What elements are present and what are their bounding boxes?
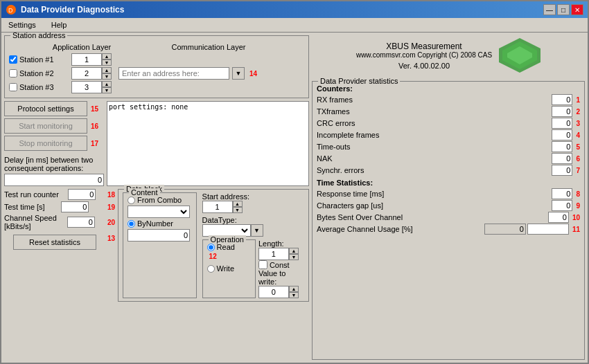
station-address-group: Station address Application Layer Commun… [4, 35, 309, 98]
start-address-spinbox: ▲ ▼ [202, 201, 244, 213]
comm-address-input[interactable] [118, 67, 229, 80]
station1-spin-down[interactable]: ▼ [102, 60, 112, 66]
test-time-input[interactable] [61, 201, 89, 212]
synchr-errors-value[interactable] [552, 165, 572, 176]
station3-app-input[interactable] [71, 81, 102, 93]
tx-frames-value-container: 2 [552, 106, 580, 117]
tx-frames-value[interactable] [552, 106, 572, 117]
by-number-radio[interactable] [128, 220, 135, 228]
nak-label: NAK [317, 154, 333, 163]
test-time-label: Test time [s] [4, 203, 45, 211]
from-combo-label: From Combo [137, 196, 182, 204]
tx-frames-label: TXframes [317, 107, 350, 116]
protocol-area: Protocol settings 15 Start monitoring 16… [4, 101, 104, 186]
rx-frames-value[interactable] [552, 94, 572, 105]
start-address-spin-btns: ▲ ▼ [233, 201, 243, 213]
nak-value[interactable] [552, 153, 572, 164]
length-spin-up[interactable]: ▲ [289, 248, 299, 254]
value-to-write-input[interactable] [258, 286, 289, 298]
incomplete-frames-value-container: 4 [552, 129, 580, 140]
timeouts-value-container: 5 [552, 141, 580, 152]
station2-spin-up[interactable]: ▲ [102, 67, 112, 73]
stop-monitoring-button[interactable]: Stop monitoring [4, 136, 87, 151]
menu-settings[interactable]: Settings [4, 19, 40, 30]
annot-8: 8 [576, 190, 580, 198]
station2-spin-down[interactable]: ▼ [102, 73, 112, 80]
annot-10: 10 [572, 214, 580, 221]
test-time-row: Test time [s] 19 [4, 201, 115, 212]
start-address-input[interactable] [202, 201, 233, 213]
station3-checkbox[interactable] [9, 83, 17, 91]
write-row: Write [207, 264, 251, 273]
test-run-counter-row: Test run counter 18 [4, 189, 115, 200]
annot-18: 18 [107, 191, 115, 199]
data-block-inner: Content From Combo [123, 192, 304, 298]
response-time-value[interactable] [552, 188, 572, 199]
chars-gap-value[interactable] [552, 200, 572, 211]
protocol-settings-button[interactable]: Protocol settings [4, 101, 87, 116]
menu-help[interactable]: Help [47, 19, 71, 30]
log-section: port settings: none [107, 101, 309, 186]
bottom-section: Test run counter 18 Test time [s] 19 Cha… [4, 189, 309, 302]
datatype-dropdown-btn[interactable]: ▼ [251, 224, 263, 237]
bytes-sent-value[interactable] [548, 212, 569, 223]
reset-statistics-button[interactable]: Reset statistics [13, 235, 96, 250]
vtw-spin-up[interactable]: ▲ [289, 286, 299, 292]
maximize-button[interactable]: □ [557, 4, 570, 15]
combo-select[interactable] [128, 206, 190, 218]
station3-spin-buttons: ▲ ▼ [102, 81, 112, 93]
station3-spin-down[interactable]: ▼ [102, 87, 112, 93]
length-spin-btns: ▲ ▼ [289, 248, 299, 260]
const-checkbox[interactable] [258, 260, 267, 269]
station1-app-input[interactable] [71, 53, 102, 66]
from-combo-radio[interactable] [128, 197, 135, 204]
const-checkbox-row: Const [258, 260, 304, 269]
start-addr-spin-up[interactable]: ▲ [233, 201, 243, 207]
start-addr-spin-down[interactable]: ▼ [233, 207, 243, 213]
annot-4: 4 [576, 131, 580, 139]
station3-spin-up[interactable]: ▲ [102, 81, 112, 87]
station3-checkbox-container: Station #3 [9, 83, 71, 91]
station1-spin-buttons: ▲ ▼ [102, 53, 112, 66]
log-textarea[interactable]: port settings: none [107, 101, 309, 186]
menubar: Settings Help [1, 18, 588, 33]
start-monitoring-button[interactable]: Start monitoring [4, 118, 87, 134]
test-run-counter-input[interactable] [68, 189, 96, 200]
by-number-input[interactable] [128, 229, 190, 242]
test-run-counter-label: Test run counter [4, 190, 59, 199]
svg-text:D: D [8, 7, 13, 14]
annot-17: 17 [91, 140, 98, 147]
incomplete-frames-value[interactable] [552, 129, 572, 140]
annot-1: 1 [576, 96, 580, 104]
length-spin-down[interactable]: ▼ [289, 254, 299, 260]
start-address-section: Start address: ▲ ▼ [202, 192, 304, 213]
crc-errors-value[interactable] [552, 118, 572, 129]
nak-row: NAK 6 [317, 153, 580, 164]
timeouts-value[interactable] [552, 141, 572, 152]
delay-input[interactable] [4, 174, 104, 186]
station1-checkbox[interactable] [9, 55, 17, 64]
write-radio[interactable] [207, 265, 215, 273]
station2-checkbox[interactable] [9, 69, 17, 78]
minimize-button[interactable]: — [543, 4, 556, 15]
counters-label: Counters: [317, 84, 580, 93]
datatype-label: DataType: [202, 216, 237, 224]
station1-spin-up[interactable]: ▲ [102, 53, 112, 60]
station2-app-input[interactable] [71, 67, 102, 80]
channel-speed-input[interactable] [67, 217, 95, 228]
length-spinbox: ▲ ▼ [258, 248, 300, 260]
crc-errors-label: CRC errors [317, 119, 355, 127]
comm-dropdown-btn[interactable]: ▼ [232, 67, 245, 80]
response-time-value-container: 8 [552, 188, 580, 199]
length-input[interactable] [258, 248, 289, 260]
station3-label: Station #3 [19, 83, 54, 91]
delay-section: Delay [in ms] between twoconsequent oper… [4, 156, 104, 186]
close-button[interactable]: ✕ [571, 4, 583, 15]
read-radio[interactable] [207, 244, 215, 251]
value-to-write-section: Value to write: ▲ ▼ [258, 269, 304, 298]
length-value-section: Length: ▲ ▼ [258, 239, 304, 298]
operation-group: Operation Read 12 [202, 239, 256, 298]
vtw-spin-down[interactable]: ▼ [289, 292, 299, 298]
avg-label: Average Channel Usage [%] [317, 225, 413, 233]
station-row-1: Station #1 ▲ ▼ [9, 53, 304, 66]
